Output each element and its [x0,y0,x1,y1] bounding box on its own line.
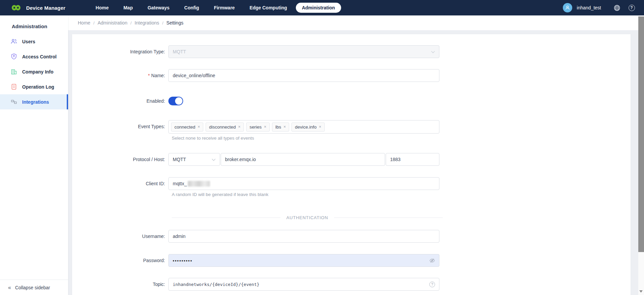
top-navbar: Device Manager Home Map Gateways Config … [0,0,644,15]
eye-invisible-icon[interactable] [429,258,435,263]
nav-item-home[interactable]: Home [90,3,115,13]
topic-help-icon[interactable]: ? [429,282,435,287]
collapse-sidebar-label: Collapse sidebar [15,285,50,290]
name-input[interactable]: device_online/offline [168,69,439,82]
topic-input[interactable]: inhandnetworks/{deviceId}/{event} ? [168,278,439,291]
tag-label: connected [174,125,195,130]
topic-label: Topic: [72,278,168,291]
tag-label: series [250,125,262,130]
nav-item-config[interactable]: Config [178,3,205,13]
protocol-select[interactable]: MQTT [168,153,220,166]
sidebar-item-integrations[interactable]: Integrations [0,94,68,109]
protocol-host-row: Protocol / Host: MQTT broker.emqx.io 188… [72,153,631,166]
sidebar-item-access-control[interactable]: Access Control [0,49,68,64]
tag-label: disconnected [209,125,236,130]
toggle-knob [175,97,182,105]
breadcrumb-home[interactable]: Home [78,20,90,26]
required-asterisk: * [148,73,150,78]
integration-type-select: MQTT [168,45,439,58]
scrollbar-down-arrow-icon[interactable] [639,290,643,293]
client-id-row: Client ID: mqttx_ [72,177,631,190]
auth-username-input[interactable]: admin [168,230,439,243]
remove-tag-icon[interactable]: × [283,125,286,129]
integration-type-label: Integration Type: [72,45,168,58]
event-types-helper-text: Select none to receive all types of even… [172,136,631,141]
event-type-tag: connected × [171,122,203,132]
topic-value: inhandnetworks/{deviceId}/{event} [173,282,259,287]
remove-tag-icon[interactable]: × [238,125,240,129]
username-label[interactable]: inhand_test [577,5,601,10]
user-icon [565,5,570,10]
document-icon [11,84,17,90]
client-id-label: Client ID: [72,177,168,190]
client-id-helper-text: A random ID will be generated if leave t… [172,192,631,197]
collapse-chevrons-icon: « [8,285,11,291]
remove-tag-icon[interactable]: × [264,125,266,129]
enabled-toggle[interactable] [168,97,183,105]
sidebar-item-label: Users [22,39,35,44]
authentication-section-title: AUTHENTICATION [286,215,328,220]
help-icon[interactable]: ? [628,4,635,11]
sidebar-title: Administration [0,15,68,34]
port-input[interactable]: 1883 [386,153,439,166]
breadcrumb-separator: / [130,20,132,26]
sidebar-item-operation-log[interactable]: Operation Log [0,79,68,94]
building-icon [11,68,17,75]
integration-type-row: Integration Type: MQTT [72,45,631,58]
remove-tag-icon[interactable]: × [198,125,200,129]
brand: Device Manager [0,3,65,12]
name-label: *Name: [72,69,168,82]
sidebar-item-users[interactable]: Users [0,34,68,49]
topic-row: Topic: inhandnetworks/{deviceId}/{event}… [72,278,631,291]
vertical-scrollbar[interactable] [638,15,644,295]
tag-label: lbs [275,125,281,130]
remove-tag-icon[interactable]: × [319,125,321,129]
redacted-client-id-blur [188,181,210,187]
protocol-host-label: Protocol / Host: [72,153,168,166]
password-input[interactable]: ••••••••• [168,254,439,267]
divider-line [334,217,443,218]
client-id-value: mqttx_ [173,181,187,186]
sidebar-item-company-info[interactable]: Company Info [0,64,68,79]
client-id-input[interactable]: mqttx_ [168,177,439,190]
navbar-right: inhand_test ? [563,3,644,12]
integration-type-value: MQTT [173,49,186,54]
port-value: 1883 [390,157,400,162]
auth-username-label: Username: [72,230,168,243]
sidebar-item-label: Access Control [22,54,57,59]
event-type-tag: lbs × [272,122,289,132]
authentication-section-divider: AUTHENTICATION [172,215,443,220]
nav-item-firmware[interactable]: Firmware [208,3,241,13]
breadcrumb-integrations[interactable]: Integrations [135,20,159,26]
breadcrumb-separator: / [93,20,95,26]
nav-item-gateways[interactable]: Gateways [142,3,175,13]
event-type-tag: disconnected × [206,122,244,132]
collapse-sidebar-button[interactable]: « Collapse sidebar [0,280,68,295]
scrollbar-thumb[interactable] [638,16,644,252]
pipeline-icon [11,99,17,105]
breadcrumb-administration[interactable]: Administration [98,20,127,26]
password-masked-value: ••••••••• [173,258,193,263]
event-type-tag: device.info × [291,122,325,132]
users-icon [11,38,17,45]
user-avatar[interactable] [563,3,572,12]
sidebar-item-label: Company Info [22,69,53,75]
main-nav: Home Map Gateways Config Firmware Edge C… [90,3,341,13]
nav-item-map[interactable]: Map [117,3,139,13]
nav-item-edge-computing[interactable]: Edge Computing [244,3,293,13]
enabled-label: Enabled: [72,97,168,105]
chevron-down-icon [212,157,216,162]
breadcrumb-separator: / [162,20,163,26]
password-label: Password: [72,254,168,267]
name-row: *Name: device_online/offline [72,69,631,82]
language-globe-icon[interactable] [613,4,621,11]
shield-key-icon [11,53,17,60]
event-types-multiselect[interactable]: connected × disconnected × series × lbs … [168,120,439,134]
brand-name: Device Manager [26,5,65,11]
nav-item-administration[interactable]: Administration [296,3,341,13]
host-value: broker.emqx.io [225,157,256,162]
settings-form-card: Integration Type: MQTT *Name: device_onl… [72,34,631,295]
event-types-row: Event Types: connected × disconnected × … [72,120,631,134]
host-input[interactable]: broker.emqx.io [221,153,385,166]
chevron-down-icon [431,49,435,54]
